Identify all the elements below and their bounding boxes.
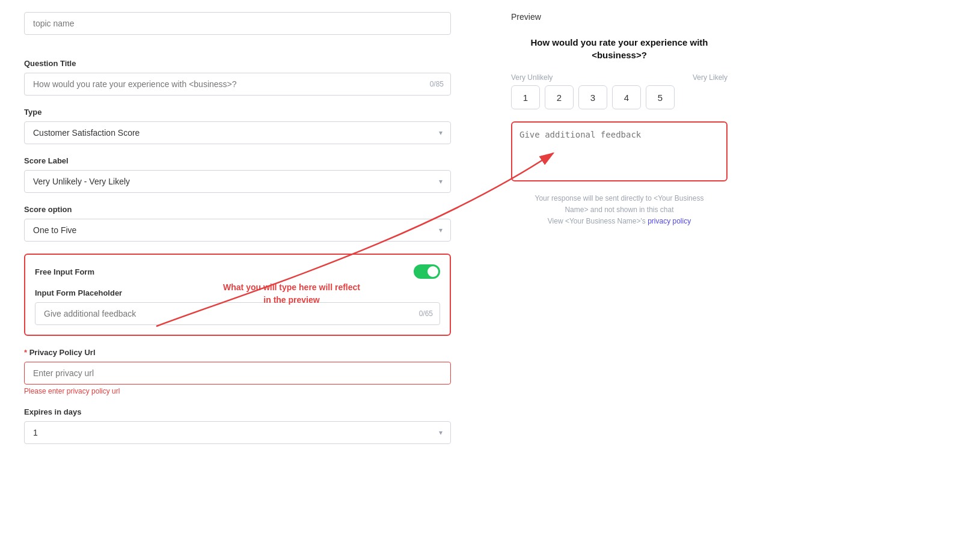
question-title-label: Question Title [24, 59, 451, 68]
score-option-select[interactable]: One to Five One to Ten [24, 219, 451, 242]
scale-label-left: Very Unlikely [511, 73, 553, 82]
question-title-input[interactable] [24, 73, 451, 96]
toggle-slider [414, 264, 440, 279]
placeholder-char-count: 0/65 [419, 309, 433, 318]
score-label-label: Score Label [24, 156, 451, 165]
preview-card: How would you rate your experience with … [511, 36, 728, 228]
input-form-placeholder-input[interactable] [35, 302, 440, 325]
privacy-policy-label: Privacy Policy Url [24, 348, 451, 357]
scale-btn-2[interactable]: 2 [545, 85, 574, 109]
preview-question: How would you rate your experience with … [511, 36, 728, 61]
score-option-label: Score option [24, 205, 451, 214]
scale-labels: Very Unlikely Very Likely [511, 73, 728, 82]
type-select[interactable]: Customer Satisfaction Score Net Promoter… [24, 121, 451, 144]
free-input-form-title: Free Input Form [35, 267, 94, 276]
scale-label-right: Very Likely [693, 73, 728, 82]
privacy-url-error: Please enter privacy policy url [24, 387, 451, 395]
input-form-placeholder-label: Input Form Placeholder [35, 288, 440, 297]
feedback-textarea-preview[interactable] [511, 121, 728, 181]
scale-buttons-row: 1 2 3 4 5 [511, 85, 728, 109]
topic-name-input[interactable] [24, 12, 451, 35]
privacy-policy-link[interactable]: privacy policy [648, 217, 691, 225]
privacy-url-input[interactable] [24, 362, 451, 385]
score-label-select[interactable]: Very Unlikely - Very Likely Bad - Excell… [24, 170, 451, 193]
type-label: Type [24, 108, 451, 117]
scale-btn-5[interactable]: 5 [646, 85, 675, 109]
scale-btn-1[interactable]: 1 [511, 85, 540, 109]
question-title-char-count: 0/85 [430, 80, 444, 88]
free-input-form-section: Free Input Form Input Form Placeholder 0… [24, 254, 451, 336]
scale-btn-3[interactable]: 3 [578, 85, 607, 109]
preview-title: Preview [511, 12, 926, 22]
privacy-notice: Your response will be sent directly to <… [511, 193, 728, 228]
expires-label: Expires in days [24, 407, 451, 416]
free-input-toggle[interactable] [414, 264, 440, 279]
expires-select[interactable]: 1 2 3 7 14 30 [24, 421, 451, 444]
scale-btn-4[interactable]: 4 [612, 85, 641, 109]
